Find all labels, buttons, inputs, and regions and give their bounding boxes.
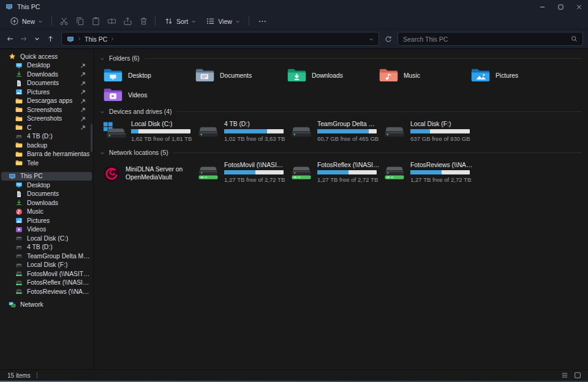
folder-tile-documents[interactable]: Documents (193, 66, 285, 85)
sort-button[interactable]: Sort (159, 15, 201, 28)
drive-tile-local-disk-f[interactable]: Local Disk (F:)637 GB free of 930 GB (380, 119, 473, 146)
sidebar-item-label: Pictures (27, 217, 50, 224)
drive-tile-label: FotosMovil (\\NASITO) (O:) (224, 162, 287, 168)
section-header-network-locations-5[interactable]: Network locations (5) (100, 148, 584, 158)
forward-button[interactable] (17, 33, 29, 45)
netdrive-lg-icon (382, 162, 407, 181)
picture-icon (15, 217, 23, 224)
sidebar-item-downloads[interactable]: Downloads (1, 198, 92, 208)
sidebar-item-pictures[interactable]: Pictures (1, 88, 92, 97)
maximize-button[interactable] (551, 0, 570, 13)
sidebar-scrollbar[interactable] (91, 124, 92, 152)
sidebar-item-4-tb-d[interactable]: 4 TB (D:) (1, 243, 92, 252)
sidebar-item-pictures[interactable]: Pictures (1, 216, 92, 225)
sidebar-item-screenshots[interactable]: Screenshots (1, 114, 92, 124)
copy-button[interactable] (72, 15, 88, 28)
sidebar-item-desktop[interactable]: Desktop (1, 61, 92, 70)
sidebar-item-descargas-apps[interactable]: Descargas apps (1, 97, 92, 106)
rename-button[interactable] (104, 15, 119, 28)
sidebar-item-fotosreflex-nasito-p[interactable]: FotosReflex (\\NASITO) (P:) (1, 279, 92, 288)
drive-tile-label: Local Disk (C:) (131, 121, 192, 127)
sidebar-item-teamgroup-delta-max-e[interactable]: TeamGroup Delta MAX (E:) (1, 252, 92, 261)
titlebar: This PC (0, 0, 588, 13)
sidebar-item-documents[interactable]: Documents (1, 190, 92, 199)
folder-tile-videos[interactable]: Videos (101, 85, 193, 105)
sidebar-item-label: 4 TB (D:) (27, 244, 53, 250)
breadcrumb-this-pc[interactable]: This PC (85, 36, 107, 43)
refresh-button[interactable] (382, 32, 395, 46)
network-server-tile[interactable]: MiniDLNA Server on OpenMediaVault (101, 160, 194, 187)
drive-tile-fotosmovil-nasito-o[interactable]: FotosMovil (\\NASITO) (O:)1,27 TB free o… (194, 160, 287, 187)
section-header-folders-6[interactable]: Folders (6) (100, 53, 584, 64)
section-title: Network locations (5) (109, 149, 168, 156)
status-bar: 15 items (0, 369, 588, 381)
folder-icon (15, 97, 23, 105)
free-space-caption: 1,62 TB free of 1,81 TB (131, 135, 192, 142)
sidebar-item-backup[interactable]: backup (1, 141, 92, 150)
capacity-bar-fill (317, 170, 349, 174)
drive-tile-4-tb-d[interactable]: 4 TB (D:)1,02 TB free of 3,63 TB (194, 119, 287, 146)
star-icon (9, 53, 16, 60)
search-box[interactable] (398, 32, 583, 46)
sidebar-item-local-disk-c[interactable]: Local Disk (C:) (1, 234, 92, 243)
drive-tile-local-disk-c[interactable]: Local Disk (C:)1,62 TB free of 1,81 TB (101, 119, 194, 146)
search-input[interactable] (403, 36, 571, 43)
sidebar-item-barra-de-herramientas[interactable]: Barra de herramientas (1, 150, 92, 159)
back-button[interactable] (4, 33, 16, 45)
sidebar-item-downloads[interactable]: Downloads (1, 70, 92, 79)
drive-tile-teamgroup-delta-max-e[interactable]: TeamGroup Delta MAX (E:)60,7 GB free of … (287, 119, 380, 146)
folder-tile-downloads[interactable]: Downloads (285, 66, 377, 85)
more-options-button[interactable]: ⋯ (253, 15, 273, 28)
delete-button[interactable] (135, 15, 151, 28)
sidebar-item-documents[interactable]: Documents (1, 79, 92, 88)
sidebar-item-screenshots[interactable]: Screenshots (1, 105, 92, 114)
sidebar-item-music[interactable]: Music (1, 208, 92, 217)
large-icons-view-icon[interactable] (573, 371, 582, 380)
sidebar-item-this-pc[interactable]: This PC (1, 172, 92, 181)
view-button[interactable]: View (201, 15, 245, 28)
sidebar-item-label: FotosReflex (\\NASITO) (P:) (27, 279, 92, 286)
folder-tile-desktop[interactable]: Desktop (101, 66, 193, 85)
drive-tile-label: TeamGroup Delta MAX (E:) (317, 121, 380, 127)
sidebar-item-c[interactable]: C (1, 123, 92, 132)
document-icon (15, 190, 23, 198)
cut-button[interactable] (56, 15, 72, 28)
capacity-bar-fill (224, 129, 267, 133)
sidebar-item-desktop[interactable]: Desktop (1, 181, 92, 190)
sidebar-item-label: 4 TB (D:) (27, 133, 53, 140)
sidebar-item-label: Music (27, 208, 43, 215)
sidebar-item-videos[interactable]: Videos (1, 225, 92, 234)
sidebar-item-quick-access[interactable]: Quick access (1, 52, 92, 61)
f-music-icon (379, 67, 399, 83)
drive-tile-fotosreviews-nasito-r[interactable]: FotosReviews (\\NASITO) (R:)1,27 TB free… (380, 160, 473, 187)
sidebar-item-network[interactable]: Network (1, 301, 92, 310)
drive-icon (15, 234, 23, 242)
drive-tile-label: FotosReflex (\\NASITO) (P:) (317, 162, 380, 168)
close-button[interactable] (570, 0, 588, 13)
sidebar-item-fotosreviews-nasito-r[interactable]: FotosReviews (\\NASITO) (R:) (1, 287, 92, 296)
sidebar-item-4-tb-d[interactable]: 4 TB (D:) (1, 132, 92, 141)
minimize-button[interactable] (533, 0, 551, 13)
sidebar-item-label: Tele (27, 160, 39, 167)
folder-icon (15, 141, 23, 149)
section-header-devices-and-drives-4[interactable]: Devices and drives (4) (100, 107, 584, 117)
file-list-area: Folders (6)DesktopDocumentsDownloadsMusi… (93, 49, 588, 369)
paste-button[interactable] (88, 15, 104, 28)
folder-tile-music[interactable]: Music (377, 66, 469, 85)
address-bar[interactable]: This PC (61, 32, 379, 46)
details-view-icon[interactable] (560, 371, 569, 380)
share-button[interactable] (119, 15, 135, 28)
sidebar-item-local-disk-f[interactable]: Local Disk (F:) (1, 261, 92, 270)
new-button[interactable]: New (5, 15, 48, 28)
folder-tile-pictures[interactable]: Pictures (469, 66, 560, 85)
toolbar-separator (155, 17, 156, 26)
up-button[interactable] (44, 33, 56, 45)
sidebar-item-tele[interactable]: Tele (1, 159, 92, 168)
command-bar: New Sort View ⋯ (0, 13, 588, 29)
capacity-bar (317, 129, 377, 133)
recent-locations-button[interactable] (31, 33, 43, 45)
sidebar-item-fotosmovil-nasito-o[interactable]: FotosMovil (\\NASITO) (O:) (1, 269, 92, 279)
drive-tile-fotosreflex-nasito-p[interactable]: FotosReflex (\\NASITO) (P:)1,27 TB free … (287, 160, 380, 187)
chevron-down-icon (100, 56, 105, 61)
address-dropdown-icon[interactable] (369, 37, 374, 42)
